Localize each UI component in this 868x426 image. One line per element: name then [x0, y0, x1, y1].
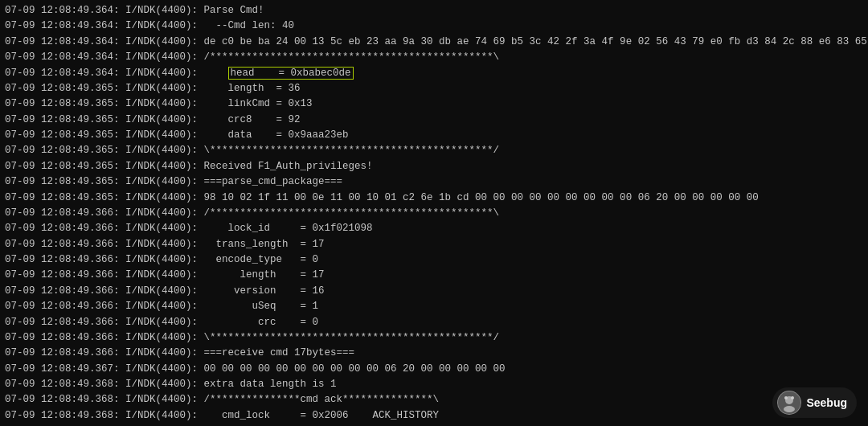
log-line: 07-09 12:08:49.364: I/NDK(4400): head = … [5, 66, 863, 81]
log-line: 07-09 12:08:49.366: I/NDK(4400): length … [5, 268, 863, 283]
log-line: 07-09 12:08:49.364: I/NDK(4400): Parse C… [5, 3, 863, 18]
log-line: 07-09 12:08:49.366: I/NDK(4400): uSeq = … [5, 299, 863, 314]
log-line: 07-09 12:08:49.366: I/NDK(4400): version… [5, 284, 863, 299]
seebug-label: Seebug [806, 396, 847, 409]
log-line: 07-09 12:08:49.368: I/NDK(4400): extra d… [5, 377, 863, 392]
log-line: 07-09 12:08:49.365: I/NDK(4400): \******… [5, 143, 863, 158]
svg-point-3 [784, 396, 788, 399]
log-line: 07-09 12:08:49.364: I/NDK(4400): de c0 b… [5, 35, 863, 50]
svg-point-2 [784, 406, 795, 412]
log-line: 07-09 12:08:49.368: I/NDK(4400): cmd_loc… [5, 408, 863, 424]
svg-point-4 [791, 396, 794, 399]
log-line: 07-09 12:08:49.366: I/NDK(4400): lock_id… [5, 221, 863, 236]
seebug-badge: Seebug [772, 387, 857, 418]
log-line: 07-09 12:08:49.366: I/NDK(4400): encode_… [5, 252, 863, 268]
log-line: 07-09 12:08:49.365: I/NDK(4400): length … [5, 81, 863, 96]
seebug-logo [777, 391, 801, 415]
log-line: 07-09 12:08:49.366: I/NDK(4400): /******… [5, 206, 863, 221]
log-line: 07-09 12:08:49.366: I/NDK(4400): crc = 0 [5, 315, 863, 330]
log-line: 07-09 12:08:49.366: I/NDK(4400): trans_l… [5, 237, 863, 252]
log-line: 07-09 12:08:49.364: I/NDK(4400): /******… [5, 50, 863, 65]
terminal-window: 07-09 12:08:49.364: I/NDK(4400): Parse C… [0, 0, 868, 426]
log-line: 07-09 12:08:49.366: I/NDK(4400): \******… [5, 330, 863, 346]
log-line: 07-09 12:08:49.364: I/NDK(4400): --Cmd l… [5, 18, 863, 34]
log-line: 07-09 12:08:49.365: I/NDK(4400): Receive… [5, 159, 863, 174]
log-line: 07-09 12:08:49.365: I/NDK(4400): 98 10 0… [5, 190, 863, 206]
highlighted-value: head = 0xbabec0de [228, 67, 354, 80]
log-line: 07-09 12:08:49.365: I/NDK(4400): crc8 = … [5, 113, 863, 128]
log-line: 07-09 12:08:49.368: I/NDK(4400): /******… [5, 392, 863, 408]
log-line: 07-09 12:08:49.365: I/NDK(4400): ===pars… [5, 174, 863, 190]
log-line: 07-09 12:08:49.367: I/NDK(4400): 00 00 0… [5, 362, 863, 377]
log-line: 07-09 12:08:49.365: I/NDK(4400): linkCmd… [5, 96, 863, 112]
log-line: 07-09 12:08:49.365: I/NDK(4400): data = … [5, 128, 863, 143]
log-line: 07-09 12:08:49.366: I/NDK(4400): ===rece… [5, 346, 863, 361]
